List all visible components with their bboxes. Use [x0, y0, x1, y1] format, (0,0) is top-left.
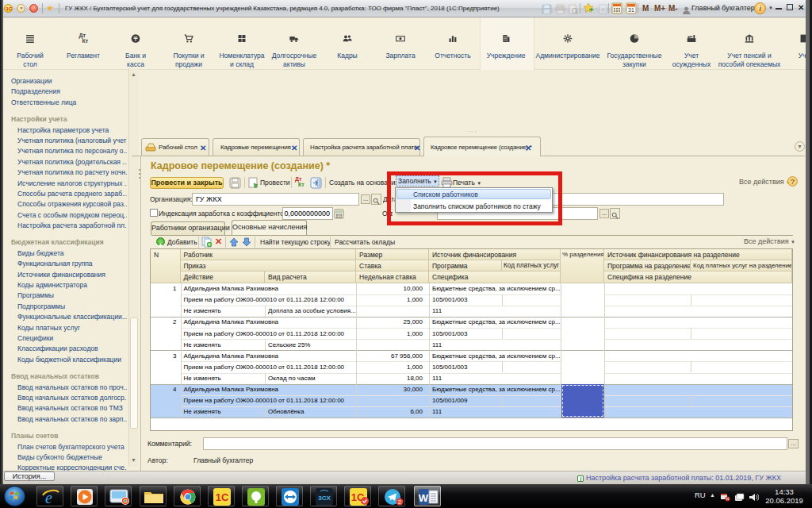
- svg-text:31: 31: [628, 7, 634, 13]
- svg-text:1С: 1С: [216, 491, 229, 503]
- svg-text:2: 2: [398, 499, 401, 505]
- svg-text:3CX: 3CX: [318, 495, 331, 502]
- svg-text:W: W: [419, 492, 429, 504]
